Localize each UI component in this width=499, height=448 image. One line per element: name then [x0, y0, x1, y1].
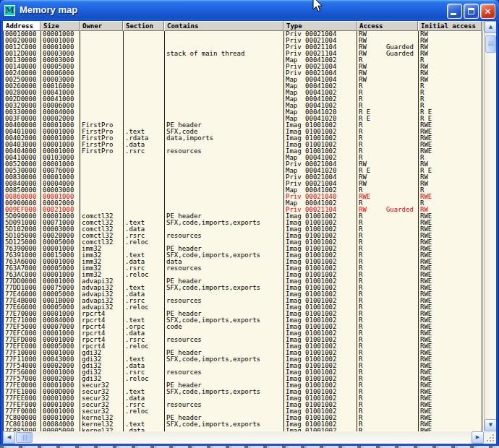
- table-row[interactable]: 77F5400000002000gdi32.dataImag 01001002R…: [4, 363, 484, 369]
- table-row[interactable]: 0028000000041000Map 00041002RR: [4, 90, 484, 96]
- table-row[interactable]: 77EF500000007000rpcrt4.orpccodeImag 0100…: [4, 324, 484, 330]
- cell-contains: [165, 343, 284, 350]
- table-row[interactable]: 5D12500000005000comctl32.relocImag 01001…: [4, 239, 484, 246]
- table-row[interactable]: 77FEE00000001000secur32.dataImag 0100100…: [4, 395, 484, 402]
- table-row[interactable]: 5D09000000001000comctl32PE headerImag 01…: [4, 213, 484, 220]
- table-row[interactable]: 0040400000001000FirstPro.rsrcresourcesIm…: [4, 148, 484, 155]
- table-row[interactable]: 77EFD00000001000rpcrt4.rsrcresourcesImag…: [4, 337, 484, 343]
- table-row[interactable]: 0084000000004000Priv 00021004RWRW: [4, 181, 484, 187]
- table-row[interactable]: 0013000000003000Map 00041002RR: [4, 57, 484, 64]
- horizontal-scrollbar[interactable]: ◀ ▶: [3, 431, 484, 444]
- table-row[interactable]: 763A700000005000imm32.rsrcresourcesImag …: [4, 265, 484, 272]
- cell-type: Map 00041020: [284, 109, 357, 116]
- table-row[interactable]: 77FE10000000D000secur32.textSFX,code,imp…: [4, 389, 484, 395]
- table-row[interactable]: 77E4600000005000advapi32.dataImag 010010…: [4, 291, 484, 298]
- table-row[interactable]: 763A600000001000imm32.datadataImag 01001…: [4, 259, 484, 265]
- table-row[interactable]: 0024000000006000Priv 00021004RWRW: [4, 70, 484, 77]
- horizontal-scroll-thumb[interactable]: [16, 432, 33, 443]
- table-row[interactable]: 77FEF00000001000secur32.rsrcresourcesIma…: [4, 402, 484, 408]
- cell-section: [124, 415, 165, 421]
- cell-type: Map 00041002: [284, 57, 357, 64]
- table-row[interactable]: 77DD000000001000advapi32PE headerImag 01…: [4, 278, 484, 285]
- table-row[interactable]: 0053000000076000Map 00041020R ER E: [4, 168, 484, 174]
- table-row[interactable]: 77FF000000001000secur32.relocImag 010010…: [4, 408, 484, 415]
- table-row[interactable]: 7C80000000001000kernel32PE headerImag 01…: [4, 415, 484, 421]
- cell-type: Priv 00021004: [284, 161, 357, 168]
- cell-initial_access: RWE: [419, 304, 482, 311]
- restore-button[interactable]: [464, 4, 479, 19]
- column-header-access[interactable]: Access: [357, 21, 418, 31]
- table-row[interactable]: 77EFE00000005000rpcrt4.relocImag 0100100…: [4, 343, 484, 350]
- table-row[interactable]: 0032000000006000Map 00041002RR: [4, 103, 484, 109]
- vertical-scrollbar[interactable]: ▲ ▼: [484, 21, 496, 431]
- table-row[interactable]: 77E7000000001000rpcrt4PE headerImag 0100…: [4, 311, 484, 317]
- scroll-right-button[interactable]: ▶: [472, 431, 484, 444]
- table-row[interactable]: 0085000000003000Map 00041002RR: [4, 187, 484, 194]
- memory-map-window-icon[interactable]: M: [4, 5, 15, 16]
- table-row[interactable]: 0025000000003000Map 00041004RWRW: [4, 77, 484, 83]
- table-row[interactable]: 5D10200000003000comctl32.dataImag 010010…: [4, 226, 484, 233]
- table-row[interactable]: 7639100000015000imm32.textSFX,code,impor…: [4, 252, 484, 259]
- table-row[interactable]: 7639000000001000imm32PE headerImag 01001…: [4, 246, 484, 252]
- column-header-contains[interactable]: Contains: [164, 21, 283, 31]
- resize-grip[interactable]: [484, 431, 496, 444]
- table-row[interactable]: 0002000000001000Priv 00021004RWRW: [4, 38, 484, 44]
- table-row[interactable]: 0083000000001000Priv 00021004RWRW: [4, 174, 484, 181]
- table-row[interactable]: 003F000000002000Map 00041020R ER E: [4, 116, 484, 122]
- table-row[interactable]: 0012D00000003000stack of main threadPriv…: [4, 51, 484, 57]
- column-header-type[interactable]: Type: [283, 21, 357, 31]
- scroll-down-button[interactable]: ▼: [485, 419, 496, 431]
- cell-access: R: [357, 278, 419, 285]
- cell-type: Imag 01001002: [284, 272, 357, 278]
- table-row[interactable]: 0040000000001000FirstProPE headerImag 01…: [4, 122, 484, 129]
- table-row[interactable]: 77F1100000043000gdi32.textSFX,code,impor…: [4, 356, 484, 363]
- table-row[interactable]: 77F5600000001000gdi32.rsrcresourcesImag …: [4, 369, 484, 376]
- scroll-left-button[interactable]: ◀: [3, 431, 15, 444]
- table-row[interactable]: 77F5700000002000gdi32.relocImag 01001002…: [4, 376, 484, 382]
- horizontal-scroll-track[interactable]: [33, 431, 472, 444]
- table-row[interactable]: 0040300000001000FirstPro.dataImag 010010…: [4, 142, 484, 148]
- table-row[interactable]: 0033000000004000Map 00041020R ER E: [4, 109, 484, 116]
- cell-contains: SFX,code,imports,exports: [165, 356, 284, 363]
- minimize-button[interactable]: [447, 4, 462, 19]
- column-header-address[interactable]: Address: [3, 21, 40, 31]
- table-row[interactable]: 77E6600000005000advapi32.relocImag 01001…: [4, 304, 484, 311]
- cell-address: 00010000: [4, 31, 41, 38]
- table-row[interactable]: 77FE000000001000secur32PE headerImag 010…: [4, 382, 484, 389]
- table-row[interactable]: 0040200000001000FirstPro.rdatadata,impor…: [4, 135, 484, 142]
- table-row[interactable]: 0086000000001000Priv 00021040RWERWE: [4, 194, 484, 200]
- scroll-up-button[interactable]: ▲: [485, 21, 496, 33]
- table-row[interactable]: 0026000000016000Map 00041002RR: [4, 83, 484, 90]
- table-row[interactable]: 77E4B0000001B000advapi32.rsrcresourcesIm…: [4, 298, 484, 304]
- cell-initial_access: R: [419, 187, 482, 194]
- column-header-initial-access[interactable]: Initial access: [418, 21, 482, 31]
- titlebar[interactable]: M Memory map ✕: [0, 0, 499, 21]
- table-row[interactable]: 5D10500000020000comctl32.rsrcresourcesIm…: [4, 233, 484, 239]
- table-row[interactable]: 0052000000001000Priv 00021004RWRW: [4, 161, 484, 168]
- column-header-size[interactable]: Size: [40, 21, 80, 31]
- table-row[interactable]: 009EF00000021000Priv 00021104RW GuardedR…: [4, 207, 484, 213]
- table-row[interactable]: 0012C00000001000Priv 00021104RW GuardedR…: [4, 44, 484, 51]
- cell-type: Imag 01001002: [284, 233, 357, 239]
- cell-access: R: [357, 291, 419, 298]
- table-row[interactable]: 77F1000000001000gdi32PE headerImag 01001…: [4, 350, 484, 356]
- table-row[interactable]: 0040100000001000FirstPro.textSFX,codeIma…: [4, 129, 484, 135]
- close-button[interactable]: ✕: [480, 4, 495, 19]
- table-row[interactable]: 0001000000001000Priv 00021004RWRW: [4, 31, 484, 38]
- vertical-scroll-thumb[interactable]: [485, 35, 496, 53]
- table-row[interactable]: 77EFC00000001000rpcrt4.dataImag 01001002…: [4, 330, 484, 337]
- table-row[interactable]: 7C80100000084000kernel32.textSFX,code,im…: [4, 421, 484, 428]
- table-row[interactable]: 0090000000002000Map 00041002RR: [4, 200, 484, 207]
- table-row[interactable]: 77DD100000075000advapi32.textSFX,code,im…: [4, 285, 484, 291]
- cell-contains: data,imports: [165, 135, 284, 142]
- table-row[interactable]: 0041000000103000Map 00041002RR: [4, 155, 484, 161]
- column-header-owner[interactable]: Owner: [80, 21, 123, 31]
- table-row[interactable]: 5D09100000071000comctl32.textSFX,code,im…: [4, 220, 484, 226]
- table-row[interactable]: 0014000000005000Priv 00021004RWRW: [4, 64, 484, 70]
- table-row[interactable]: 77E7100000084000rpcrt4.textSFX,code,impo…: [4, 317, 484, 324]
- table-row[interactable]: 002D000000041000Map 00041002RR: [4, 96, 484, 103]
- cell-section: [124, 174, 165, 181]
- table-row[interactable]: 763AC00000001000imm32.relocImag 01001002…: [4, 272, 484, 278]
- column-header-section[interactable]: Section: [123, 21, 164, 31]
- cell-type: Imag 01001002: [284, 135, 357, 142]
